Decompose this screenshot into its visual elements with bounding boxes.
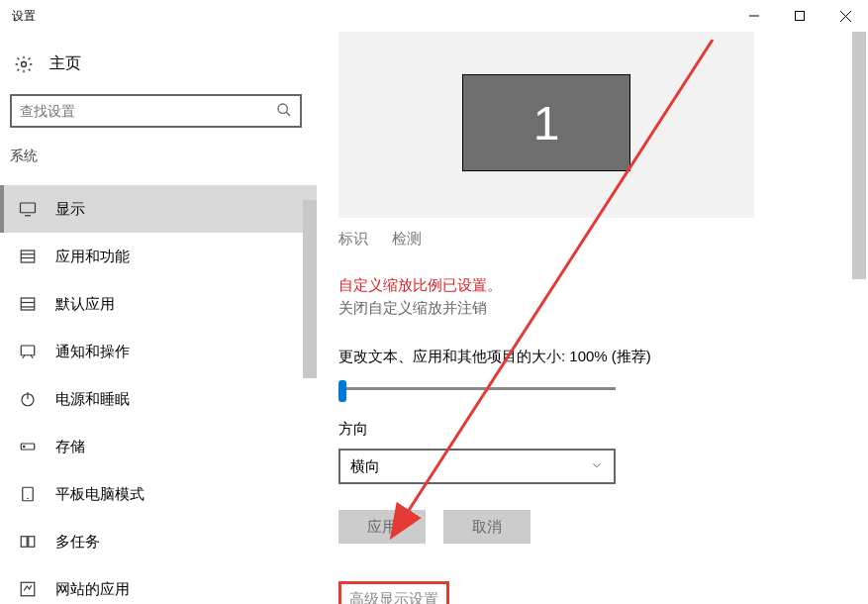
sidebar-nav: 显示 应用和功能 默认应用 通知和操作 (0, 185, 317, 604)
search-box[interactable] (10, 94, 302, 128)
sidebar-item-notifications[interactable]: 通知和操作 (0, 328, 317, 375)
monitor-1[interactable]: 1 (462, 74, 630, 171)
svg-rect-23 (29, 537, 35, 548)
sidebar: 主页 系统 显示 应用和功能 (0, 32, 317, 604)
advanced-display-link[interactable]: 高级显示设置 (338, 581, 449, 604)
maximize-button[interactable] (777, 0, 822, 32)
sidebar-item-label: 应用和功能 (55, 248, 130, 266)
sidebar-item-label: 存储 (55, 438, 85, 456)
apply-button[interactable]: 应用 (338, 510, 426, 544)
sidebar-item-label: 默认应用 (55, 295, 115, 314)
monitor-arrangement[interactable]: 1 (338, 32, 754, 218)
home-label: 主页 (49, 53, 81, 74)
search-input[interactable] (20, 103, 276, 119)
monitor-icon (18, 199, 38, 219)
window-controls (731, 0, 868, 32)
scale-slider[interactable] (338, 380, 616, 398)
minimize-icon (749, 11, 759, 21)
sidebar-item-web[interactable]: 网站的应用 (0, 565, 317, 604)
sidebar-item-label: 网站的应用 (55, 580, 130, 599)
titlebar: 设置 (0, 0, 868, 32)
orientation-value: 横向 (350, 457, 380, 476)
svg-line-6 (286, 112, 290, 116)
chevron-down-icon (590, 458, 604, 475)
sidebar-section-label: 系统 (0, 148, 317, 165)
sidebar-item-default-apps[interactable]: 默认应用 (0, 280, 317, 328)
svg-point-4 (22, 61, 27, 66)
sidebar-item-storage[interactable]: 存储 (0, 423, 317, 470)
close-icon (840, 11, 851, 22)
sidebar-item-label: 多任务 (55, 533, 100, 552)
svg-rect-22 (21, 537, 27, 548)
multitask-icon (18, 532, 38, 552)
home-link[interactable]: 主页 (0, 48, 317, 80)
search-icon (276, 102, 292, 121)
svg-rect-7 (21, 203, 36, 213)
slider-track (338, 387, 616, 390)
power-icon (18, 389, 38, 409)
sidebar-item-label: 通知和操作 (55, 343, 130, 361)
minimize-button[interactable] (731, 0, 777, 32)
svg-rect-9 (21, 251, 35, 262)
apps-icon (18, 247, 38, 266)
scale-label: 更改文本、应用和其他项目的大小: 100% (推荐) (338, 348, 868, 366)
sidebar-item-display[interactable]: 显示 (0, 185, 317, 233)
defaults-icon (18, 294, 38, 314)
sidebar-item-label: 平板电脑模式 (55, 485, 145, 504)
orientation-label: 方向 (338, 420, 868, 439)
sidebar-scrollbar[interactable] (303, 200, 317, 378)
gear-icon (14, 54, 34, 74)
detect-link[interactable]: 检测 (392, 230, 422, 249)
svg-rect-12 (21, 298, 35, 310)
storage-icon (18, 437, 38, 456)
sidebar-item-tablet[interactable]: 平板电脑模式 (0, 470, 317, 518)
main-pane: 1 标识 检测 自定义缩放比例已设置。 关闭自定义缩放并注销 更改文本、应用和其… (317, 32, 868, 604)
monitor-number: 1 (533, 96, 560, 151)
slider-thumb[interactable] (338, 380, 346, 402)
svg-rect-1 (796, 12, 805, 21)
sidebar-item-power[interactable]: 电源和睡眠 (0, 375, 317, 423)
main-scrollbar[interactable] (852, 32, 866, 279)
scaling-warning: 自定义缩放比例已设置。 (338, 276, 868, 295)
cancel-button[interactable]: 取消 (443, 510, 530, 544)
sidebar-item-label: 电源和睡眠 (55, 390, 130, 409)
web-icon (18, 579, 38, 599)
close-button[interactable] (822, 0, 868, 32)
window-title: 设置 (12, 8, 36, 25)
scaling-signout-link[interactable]: 关闭自定义缩放并注销 (338, 299, 868, 318)
tablet-icon (18, 484, 38, 504)
sidebar-item-apps[interactable]: 应用和功能 (0, 233, 317, 280)
svg-rect-15 (21, 346, 35, 355)
orientation-select[interactable]: 横向 (338, 449, 616, 484)
svg-rect-24 (21, 582, 35, 596)
sidebar-item-label: 显示 (55, 200, 85, 219)
sidebar-item-multitask[interactable]: 多任务 (0, 518, 317, 565)
identify-link[interactable]: 标识 (338, 230, 368, 249)
svg-point-5 (278, 104, 287, 113)
svg-point-19 (24, 446, 26, 448)
notify-icon (18, 342, 38, 361)
maximize-icon (795, 11, 805, 21)
